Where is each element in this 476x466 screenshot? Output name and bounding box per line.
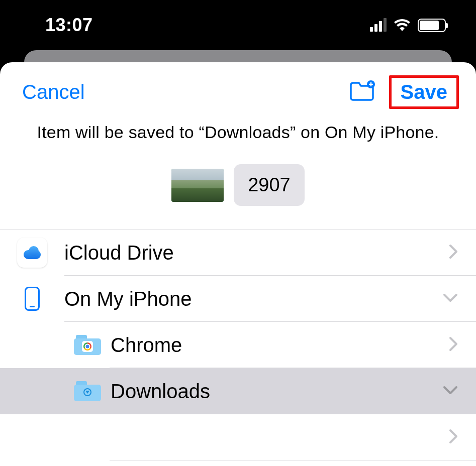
locations-list: iCloud Drive On My iPhone Chrome — [0, 229, 476, 460]
chevron-right-icon — [449, 244, 458, 261]
location-label: On My iPhone — [64, 288, 443, 310]
save-button-highlight: Save — [389, 75, 459, 109]
save-sheet: Cancel Save Item will be saved to “Downl… — [0, 62, 476, 466]
icloud-icon — [17, 238, 47, 268]
folder-chrome-icon — [74, 335, 101, 355]
chevron-right-icon — [449, 429, 458, 446]
chevron-down-icon — [443, 386, 458, 397]
status-icons — [370, 19, 446, 32]
status-bar: 13:07 — [0, 0, 476, 50]
cellular-signal-icon — [370, 19, 387, 32]
cancel-button[interactable]: Cancel — [22, 81, 85, 103]
location-label: iCloud Drive — [64, 242, 449, 264]
location-row-empty[interactable] — [0, 414, 476, 460]
location-label: Downloads — [111, 380, 443, 403]
device-frame: 13:07 Cancel Save — [0, 0, 476, 466]
new-folder-button[interactable] — [349, 80, 376, 104]
folder-downloads-icon — [74, 381, 101, 401]
chevron-right-icon — [449, 336, 458, 354]
battery-icon — [418, 19, 446, 32]
iphone-icon — [25, 287, 40, 311]
status-time: 13:07 — [45, 15, 93, 36]
location-row-on-my-iphone[interactable]: On My iPhone — [0, 276, 476, 322]
wifi-icon — [394, 19, 411, 32]
location-row-icloud-drive[interactable]: iCloud Drive — [0, 229, 476, 276]
location-row-downloads[interactable]: Downloads — [0, 368, 476, 414]
chevron-down-icon — [443, 293, 458, 304]
item-thumbnail[interactable] — [171, 169, 224, 202]
location-row-chrome[interactable]: Chrome — [0, 322, 476, 368]
navigation-bar: Cancel Save — [0, 62, 476, 122]
location-label: Chrome — [111, 334, 449, 357]
item-preview-row: 2907 — [0, 164, 476, 206]
save-button[interactable]: Save — [401, 81, 447, 103]
item-filename-field[interactable]: 2907 — [234, 164, 305, 206]
save-destination-text: Item will be saved to “Downloads” on On … — [0, 122, 476, 142]
